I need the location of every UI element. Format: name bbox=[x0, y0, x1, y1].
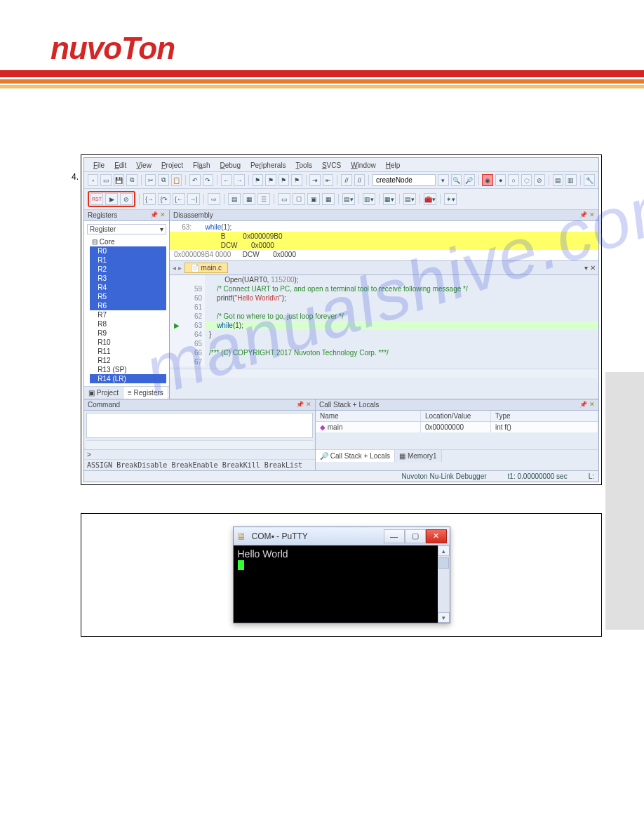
debug-start-icon[interactable]: ◉ bbox=[482, 174, 492, 186]
reg-r12[interactable]: R12 bbox=[90, 356, 166, 365]
tab-callstack[interactable]: 🔎 Call Stack + Locals bbox=[316, 450, 395, 462]
disasm-window-icon[interactable]: ▦ bbox=[243, 193, 255, 205]
menu-view[interactable]: View bbox=[131, 160, 156, 171]
minimize-button[interactable]: — bbox=[384, 529, 405, 543]
tab-close-icon[interactable]: ▾ ✕ bbox=[584, 264, 596, 272]
find-combo[interactable] bbox=[373, 174, 436, 186]
menu-edit[interactable]: Edit bbox=[109, 160, 131, 171]
undo-icon[interactable]: ↶ bbox=[189, 174, 200, 186]
command-input[interactable]: > bbox=[84, 449, 315, 459]
h-scrollbar[interactable] bbox=[86, 440, 313, 449]
v-scrollbar[interactable]: ▴ ▾ bbox=[438, 545, 450, 623]
scroll-up-icon[interactable]: ▴ bbox=[438, 545, 450, 556]
breakpoint-kill-icon[interactable]: ⊘ bbox=[534, 174, 544, 186]
bookmark-icon[interactable]: ⚑ bbox=[253, 174, 263, 186]
step-into-icon[interactable]: {→ bbox=[143, 193, 156, 205]
pin-icon[interactable]: 📌 ✕ bbox=[579, 401, 595, 409]
bookmark-next-icon[interactable]: ⚑ bbox=[279, 174, 289, 186]
tab-project[interactable]: ▣ Project bbox=[84, 387, 123, 399]
reg-r9[interactable]: R9 bbox=[90, 329, 166, 338]
window-icon[interactable]: ▤ bbox=[553, 174, 563, 186]
tree-root[interactable]: ⊟ Core bbox=[90, 237, 166, 246]
reg-r2[interactable]: R2 bbox=[90, 265, 166, 274]
config-icon[interactable]: 🔧 bbox=[584, 174, 594, 186]
menu-svcs[interactable]: SVCS bbox=[317, 160, 346, 171]
toolbox-icon[interactable]: 🧰▾ bbox=[424, 193, 436, 205]
redo-icon[interactable]: ↷ bbox=[203, 174, 213, 186]
system-viewer-icon[interactable]: ▤▾ bbox=[403, 193, 416, 205]
trace-window-icon[interactable]: ▦▾ bbox=[383, 193, 396, 205]
nav-back-icon[interactable]: ← bbox=[221, 174, 232, 186]
close-button[interactable]: ✕ bbox=[426, 529, 447, 543]
tab-main-c[interactable]: 📄 main.c bbox=[185, 263, 228, 273]
window2-icon[interactable]: ▥ bbox=[565, 174, 576, 186]
save-icon[interactable]: 💾 bbox=[114, 174, 124, 186]
scroll-thumb[interactable] bbox=[438, 557, 449, 569]
reg-r6[interactable]: R6 bbox=[90, 301, 166, 310]
outdent-icon[interactable]: ⇤ bbox=[323, 174, 333, 186]
register-dropdown[interactable]: Register▾ bbox=[87, 224, 166, 234]
callstack-window-icon[interactable]: ☐ bbox=[293, 193, 305, 205]
col-location[interactable]: Location/Value bbox=[421, 411, 491, 421]
reg-r7[interactable]: R7 bbox=[90, 310, 166, 319]
menu-debug[interactable]: Debug bbox=[215, 160, 245, 171]
comment-icon[interactable]: // bbox=[341, 174, 351, 186]
serial-window-icon[interactable]: ▤▾ bbox=[342, 193, 355, 205]
h-scrollbar[interactable] bbox=[170, 369, 598, 378]
show-next-icon[interactable]: ⇨ bbox=[208, 193, 220, 205]
open-file-icon[interactable]: ▭ bbox=[100, 174, 111, 186]
memory-window-icon[interactable]: ▦ bbox=[322, 193, 335, 205]
command-window-icon[interactable]: ▤ bbox=[228, 193, 241, 205]
symbol-window-icon[interactable]: ☰ bbox=[257, 193, 270, 205]
menu-file[interactable]: File bbox=[88, 160, 109, 171]
pin-icon[interactable]: 📌 ✕ bbox=[150, 211, 166, 219]
callstack-row[interactable]: ◆ main 0x00000000 int f() bbox=[316, 422, 598, 432]
menu-project[interactable]: Project bbox=[156, 160, 188, 171]
paste-icon[interactable]: 📋 bbox=[171, 174, 182, 186]
breakpoint-enable-icon[interactable]: ○ bbox=[508, 174, 518, 186]
pin-icon[interactable]: 📌 ✕ bbox=[579, 211, 595, 219]
scroll-down-icon[interactable]: ▾ bbox=[438, 612, 450, 623]
save-all-icon[interactable]: ⧉ bbox=[126, 174, 137, 186]
bookmark-prev-icon[interactable]: ⚑ bbox=[265, 174, 276, 186]
menu-window[interactable]: Window bbox=[346, 160, 381, 171]
copy-icon[interactable]: ⧉ bbox=[158, 174, 168, 186]
registers-window-icon[interactable]: ▭ bbox=[278, 193, 290, 205]
update-icon[interactable]: ✶▾ bbox=[444, 193, 457, 205]
reg-r0[interactable]: R0 bbox=[90, 246, 166, 256]
stop-icon[interactable]: ⊘ bbox=[120, 193, 133, 205]
new-file-icon[interactable]: ▫ bbox=[88, 174, 98, 186]
reset-icon[interactable]: RST bbox=[90, 193, 103, 205]
pin-icon[interactable]: 📌 ✕ bbox=[296, 401, 311, 409]
step-out-icon[interactable]: {← bbox=[173, 193, 185, 205]
breakpoint-insert-icon[interactable]: ● bbox=[495, 174, 506, 186]
reg-r10[interactable]: R10 bbox=[90, 338, 166, 347]
watch-window-icon[interactable]: ▣ bbox=[307, 193, 320, 205]
col-type[interactable]: Type bbox=[491, 411, 598, 421]
menu-peripherals[interactable]: Peripherals bbox=[246, 160, 291, 171]
uncomment-icon[interactable]: // bbox=[354, 174, 365, 186]
run-icon[interactable]: ▶ bbox=[105, 193, 118, 205]
indent-icon[interactable]: ⇥ bbox=[309, 174, 320, 186]
menu-tools[interactable]: Tools bbox=[291, 160, 317, 171]
menu-flash[interactable]: Flash bbox=[188, 160, 215, 171]
reg-r1[interactable]: R1 bbox=[90, 256, 166, 265]
analysis-window-icon[interactable]: ▥▾ bbox=[363, 193, 375, 205]
cut-icon[interactable]: ✂ bbox=[145, 174, 156, 186]
col-name[interactable]: Name bbox=[316, 411, 421, 421]
find-icon[interactable]: 🔍 bbox=[451, 174, 462, 186]
incremental-find-icon[interactable]: 🔎 bbox=[464, 174, 474, 186]
nav-fwd-icon[interactable]: → bbox=[234, 174, 244, 186]
bookmark-clear-icon[interactable]: ⚑ bbox=[291, 174, 302, 186]
maximize-button[interactable]: ▢ bbox=[405, 529, 426, 543]
breakpoint-disable-icon[interactable]: ◌ bbox=[521, 174, 532, 186]
reg-r4[interactable]: R4 bbox=[90, 283, 166, 292]
run-to-cursor-icon[interactable]: →| bbox=[187, 193, 200, 205]
menu-help[interactable]: Help bbox=[381, 160, 405, 171]
reg-r8[interactable]: R8 bbox=[90, 319, 166, 329]
step-over-icon[interactable]: {↷ bbox=[158, 193, 170, 205]
find-dropdown-icon[interactable]: ▾ bbox=[438, 174, 448, 186]
terminal-output[interactable]: Hello World bbox=[234, 545, 438, 623]
source-tabs-left[interactable]: ◂ ▸ bbox=[173, 264, 182, 272]
reg-r14[interactable]: R14 (LR) bbox=[90, 374, 166, 383]
